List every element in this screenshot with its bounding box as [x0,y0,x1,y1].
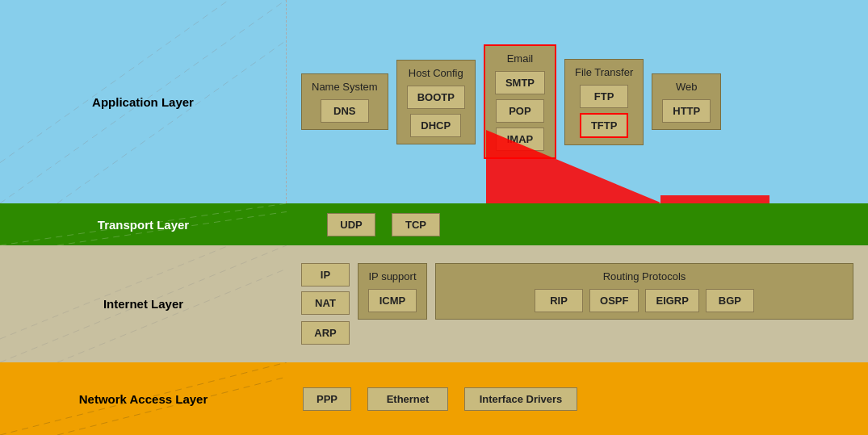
ip-support-group: IP support ICMP [358,263,427,320]
ip-box: IP [301,263,350,287]
udp-box: UDP [327,213,375,236]
dns-box: DNS [321,99,369,123]
transport-layer-content: UDP TCP [287,203,868,245]
svg-line-2 [57,40,286,203]
svg-line-0 [0,0,286,203]
file-transfer-title: File Transfer [575,66,633,78]
ip-nat-arp-group: IP NAT ARP [301,260,350,345]
routing-items: RIP OSPF EIGRP BGP [535,289,754,312]
internet-protocols-area: IP NAT ARP IP support ICMP Routing Proto… [293,252,862,356]
nat-box: NAT [301,291,350,315]
host-config-title: Host Config [409,67,463,79]
internet-layer-row: Internet Layer IP NAT ARP IP support ICM… [0,245,868,362]
rip-box: RIP [535,289,583,312]
svg-line-6 [0,245,287,362]
transport-layer-label: Transport Layer [0,203,287,245]
ftp-box: FTP [580,85,628,108]
pop-box: POP [496,99,544,123]
email-title: Email [507,52,534,65]
email-group-wrapper: Email SMTP POP IMAP [484,44,556,159]
email-group: Email SMTP POP IMAP [484,44,556,159]
web-group: Web HTTP [652,73,721,130]
svg-line-8 [0,245,229,339]
network-dashes [0,362,287,435]
routing-protocols-title: Routing Protocols [603,270,686,282]
ppp-box: PPP [303,387,351,411]
bootp-box: BOOTP [407,86,465,109]
routing-protocols-group: Routing Protocols RIP OSPF EIGRP BGP [435,263,853,320]
network-access-content: PPP Ethernet Interface Drivers [287,362,868,435]
smtp-box: SMTP [495,71,545,94]
svg-line-1 [0,0,229,163]
host-config-group: Host Config BOOTP DHCP [396,60,476,144]
bgp-box: BGP [706,289,754,312]
ip-support-title: IP support [368,270,416,282]
network-diagram: Application Layer Name System DNS Host C… [0,0,868,435]
app-protocols-area: Name System DNS Host Config BOOTP DHCP E… [293,6,862,197]
interface-drivers-box: Interface Drivers [464,387,577,411]
network-access-layer-label: Network Access Layer [0,362,287,435]
dhcp-box: DHCP [410,114,461,137]
imap-box: IMAP [496,128,544,151]
web-title: Web [676,81,698,93]
internet-layer-content: IP NAT ARP IP support ICMP Routing Proto… [287,245,868,362]
eigrp-box: EIGRP [645,289,698,312]
application-layer-label: Application Layer [0,0,287,203]
file-transfer-wrapper: File Transfer FTP TFTP [564,59,644,145]
svg-line-10 [57,377,287,435]
name-system-group: Name System DNS [301,73,388,130]
internet-dashes [0,245,287,362]
file-transfer-group: File Transfer FTP TFTP [564,59,644,145]
svg-line-9 [0,362,287,435]
tftp-box: TFTP [580,113,629,138]
internet-layer-label: Internet Layer [0,245,287,362]
arp-box: ARP [301,321,350,345]
http-box: HTTP [662,99,711,123]
dashed-lines-svg [0,0,286,203]
svg-line-4 [0,203,287,245]
transport-dashes [0,203,287,245]
svg-line-7 [57,269,287,362]
application-layer-content: Name System DNS Host Config BOOTP DHCP E… [287,0,868,203]
ethernet-box: Ethernet [367,387,448,411]
icmp-box: ICMP [368,289,417,312]
ospf-box: OSPF [589,289,639,312]
svg-line-5 [57,211,287,245]
network-access-layer-row: Network Access Layer PPP Ethernet Interf… [0,362,868,435]
tcp-box: TCP [392,213,440,236]
name-system-title: Name System [312,81,378,93]
transport-layer-row: Transport Layer UDP TCP [0,203,868,245]
